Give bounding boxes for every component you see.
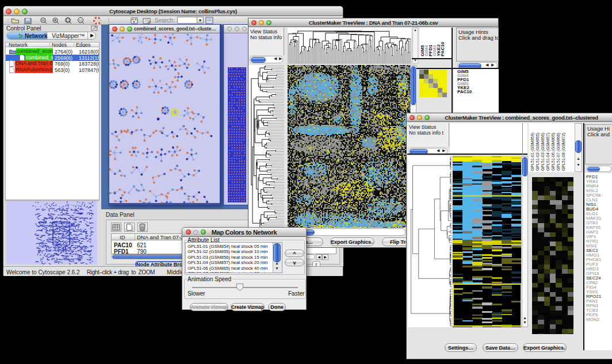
svg-text:1:1: 1:1: [79, 19, 82, 22]
